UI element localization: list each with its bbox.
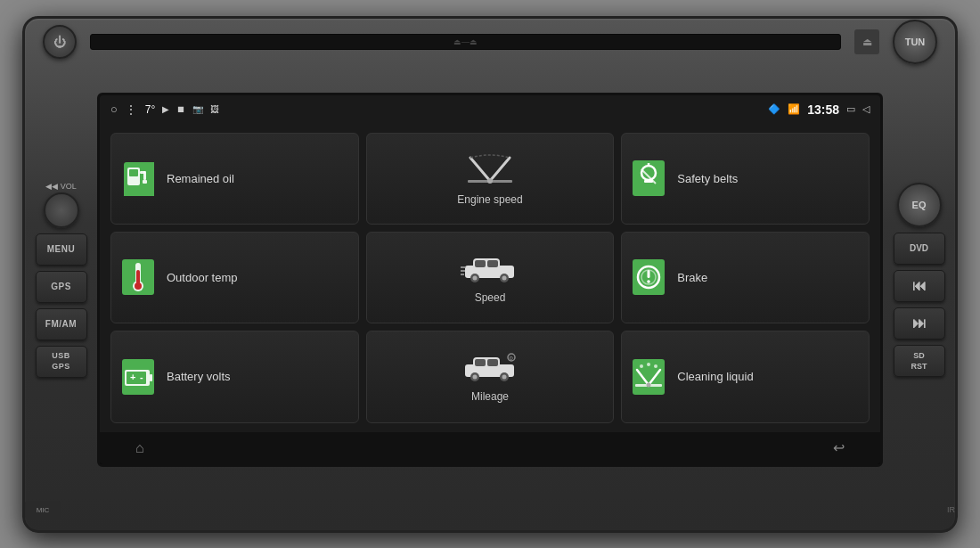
home-nav-button[interactable]: ⌂ <box>135 440 144 456</box>
svg-point-25 <box>473 275 478 280</box>
engine-speed-label: Engine speed <box>457 193 522 206</box>
play-icon: ▶ <box>162 104 169 114</box>
window-icon: ▭ <box>846 103 855 115</box>
gas-pump-icon <box>118 159 158 198</box>
eject-button[interactable]: ⏏ <box>854 29 879 54</box>
screen-bottom-nav: ⌂ ↩ <box>100 432 880 464</box>
time-display: 13:58 <box>807 102 839 117</box>
disc-slot-indicator: ⏏—⏏ <box>453 37 478 46</box>
svg-rect-5 <box>143 180 147 184</box>
speed-tile[interactable]: Speed <box>366 232 615 323</box>
svg-rect-34 <box>648 270 650 278</box>
svg-point-9 <box>487 178 493 184</box>
top-bar: ⏻ ⏏—⏏ ⏏ TUN <box>25 19 955 65</box>
svg-rect-44 <box>475 359 486 366</box>
svg-text:-: - <box>140 372 143 382</box>
left-controls: ◀◀ VOL MENU GPS FM/AM USBGPS <box>32 182 90 378</box>
svg-point-49 <box>502 375 507 380</box>
safety-belts-tile[interactable]: Safety belts <box>621 133 870 225</box>
main-area: ◀◀ VOL MENU GPS FM/AM USBGPS ○ ⋮ 7° ▶ ⏹ … <box>25 65 955 495</box>
car-speed-icon <box>461 251 519 286</box>
svg-point-27 <box>502 275 507 280</box>
outdoor-temp-tile[interactable]: Outdoor temp <box>110 232 359 323</box>
vol-knob[interactable] <box>44 192 79 228</box>
ir-label: IR <box>947 505 955 514</box>
gps-button[interactable]: GPS <box>36 271 87 303</box>
svg-point-56 <box>640 364 643 368</box>
back-nav-button[interactable]: ↩ <box>833 439 845 456</box>
svg-point-57 <box>647 363 650 366</box>
screen: ○ ⋮ 7° ▶ ⏹ 📷 🖼 🔷 📶 13:58 ▭ ◁ <box>97 93 883 467</box>
speed-label: Speed <box>475 291 506 304</box>
svg-rect-45 <box>487 359 498 366</box>
svg-line-7 <box>470 158 490 181</box>
photo-icon: 🖼 <box>210 104 219 114</box>
outdoor-temp-label: Outdoor temp <box>167 271 351 284</box>
eq-knob[interactable]: EQ <box>897 183 942 227</box>
svg-line-8 <box>490 158 510 181</box>
safety-belt-icon <box>629 159 668 198</box>
svg-point-47 <box>473 375 478 380</box>
svg-rect-38 <box>150 374 152 381</box>
usbgps-button[interactable]: USBGPS <box>36 346 87 378</box>
brake-label: Brake <box>677 271 862 284</box>
bluetooth-icon: 🔷 <box>768 103 780 115</box>
radio-bottom-bar: MIC IR <box>25 495 955 530</box>
tun-knob[interactable]: TUN <box>893 20 937 64</box>
engine-speed-tile[interactable]: Engine speed <box>366 133 615 225</box>
sdrst-button[interactable]: SD RST <box>894 345 945 377</box>
right-controls: EQ DVD ⏮ ⏭ SD RST <box>890 183 948 377</box>
status-right: 🔷 📶 13:58 ▭ ◁ <box>768 102 870 117</box>
cleaning-liquid-icon <box>629 357 668 397</box>
svg-text:⚙: ⚙ <box>509 356 513 361</box>
car-mileage-icon: ⚙ <box>461 350 519 385</box>
wiper-icon <box>463 151 517 188</box>
vol-label: ◀◀ VOL <box>45 182 77 191</box>
remained-oil-label: Remained oil <box>167 172 351 185</box>
prev-track-button[interactable]: ⏮ <box>894 270 945 302</box>
status-bar: ○ ⋮ 7° ▶ ⏹ 📷 🖼 🔷 📶 13:58 ▭ ◁ <box>100 95 880 124</box>
fmam-button[interactable]: FM/AM <box>36 308 87 340</box>
power-button[interactable]: ⏻ <box>43 25 77 59</box>
svg-point-35 <box>648 281 651 284</box>
cleaning-liquid-label: Cleaning liquid <box>677 370 862 383</box>
svg-point-58 <box>654 364 657 368</box>
radio-unit: ⏻ ⏏—⏏ ⏏ TUN ◀◀ VOL MENU GPS FM/AM USBGPS <box>22 16 958 533</box>
app-grid: Remained oil <box>100 124 880 432</box>
dvd-button[interactable]: DVD <box>894 233 945 265</box>
temperature-display: 7° <box>145 103 155 116</box>
remained-oil-tile[interactable]: Remained oil <box>110 133 359 225</box>
svg-rect-18 <box>136 270 140 284</box>
mileage-label: Mileage <box>471 390 509 403</box>
wifi-icon: 📶 <box>788 103 800 115</box>
next-track-button[interactable]: ⏭ <box>894 307 945 339</box>
stop-icon: ⏹ <box>176 104 185 114</box>
svg-text:+: + <box>130 372 135 382</box>
menu-button[interactable]: MENU <box>36 233 87 266</box>
svg-rect-22 <box>475 260 486 267</box>
battery-volts-tile[interactable]: + - Battery volts <box>110 331 359 422</box>
back-nav-icon[interactable]: ◁ <box>862 103 870 115</box>
mileage-tile[interactable]: ⚙ Mileage <box>366 331 615 422</box>
thermometer-icon <box>118 258 158 297</box>
safety-belts-label: Safety belts <box>677 172 862 185</box>
svg-rect-2 <box>129 169 138 176</box>
svg-rect-23 <box>487 260 498 267</box>
mic-button[interactable]: MIC <box>25 501 61 519</box>
cleaning-liquid-tile[interactable]: Cleaning liquid <box>621 331 870 422</box>
svg-point-59 <box>647 382 651 387</box>
menu-dots-icon[interactable]: ⋮ <box>125 102 138 117</box>
battery-volts-label: Battery volts <box>167 370 351 383</box>
battery-volts-icon: + - <box>118 357 158 397</box>
svg-point-19 <box>135 282 142 290</box>
svg-rect-4 <box>143 171 146 180</box>
brake-icon <box>629 258 668 297</box>
camera-icon: 📷 <box>192 104 203 114</box>
mic-label: MIC <box>37 506 50 514</box>
brake-tile[interactable]: Brake <box>621 232 870 323</box>
circle-icon[interactable]: ○ <box>110 102 118 116</box>
